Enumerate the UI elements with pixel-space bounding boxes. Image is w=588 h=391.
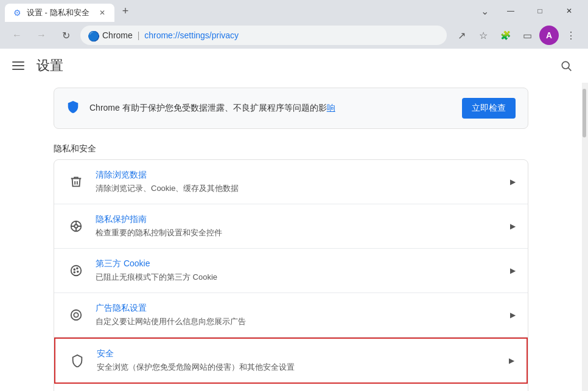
svg-point-0 (562, 61, 569, 69)
window-button[interactable]: ▭ (517, 26, 537, 45)
banner-text: Chrome 有助于保护您免受数据泄露、不良扩展程序等问题的影响 (89, 103, 452, 114)
close-button[interactable]: ✕ (555, 0, 583, 22)
tab-area: ⚙ 设置 - 隐私和安全 ✕ + (5, 0, 475, 22)
arrow-icon-3: ▶ (510, 311, 516, 319)
svg-point-3 (74, 224, 78, 228)
svg-point-12 (74, 272, 75, 273)
address-input[interactable]: 🔵 Chrome | chrome://settings/privacy (80, 26, 447, 45)
security-icon (68, 351, 87, 370)
title-bar: ⚙ 设置 - 隐私和安全 ✕ + ⌄ — □ ✕ (0, 0, 588, 22)
cookie-desc: 已阻止无痕模式下的第三方 Cookie (96, 272, 500, 283)
new-tab-button[interactable]: + (117, 2, 134, 19)
address-bar: ← → ↻ 🔵 Chrome | chrome://settings/priva… (0, 22, 588, 49)
site-name: Chrome (102, 30, 133, 40)
minimize-button[interactable]: — (497, 0, 525, 22)
tab-title: 设置 - 隐私和安全 (27, 7, 93, 18)
address-text: Chrome | chrome://settings/privacy (102, 30, 439, 40)
privacy-guide-item[interactable]: 隐私保护指南 检查重要的隐私控制设置和安全控件 ▶ (54, 204, 528, 249)
site-secure-icon: 🔵 (88, 30, 97, 40)
tab-close-button[interactable]: ✕ (97, 8, 107, 18)
scrollbar-thumb[interactable] (583, 89, 586, 137)
security-text: 安全 安全浏览（保护您免受危险网站的侵害）和其他安全设置 (97, 348, 499, 373)
page-title: 设置 (37, 57, 63, 75)
back-button[interactable]: ← (7, 26, 27, 45)
clear-browsing-desc: 清除浏览记录、Cookie、缓存及其他数据 (96, 183, 500, 194)
title-bar-extra: ⌄ (477, 4, 494, 18)
extensions-button[interactable]: 🧩 (495, 26, 515, 45)
sidebar-toggle-button[interactable] (12, 58, 27, 73)
ad-privacy-desc: 自定义要让网站使用什么信息向您展示广告 (96, 316, 500, 327)
svg-point-13 (71, 310, 82, 320)
bookmark-button[interactable]: ☆ (474, 26, 493, 45)
svg-point-14 (74, 313, 78, 317)
main-scroll-area[interactable]: Chrome 有助于保护您免受数据泄露、不良扩展程序等问题的影响 立即检查 隐私… (0, 83, 582, 391)
settings-list: 清除浏览数据 清除浏览记录、Cookie、缓存及其他数据 ▶ (54, 159, 528, 391)
security-desc: 安全浏览（保护您免受危险网站的侵害）和其他安全设置 (97, 362, 499, 373)
scrollbar-track[interactable] (582, 83, 588, 391)
cookie-text: 第三方 Cookie 已阻止无痕模式下的第三方 Cookie (96, 258, 500, 283)
check-now-button[interactable]: 立即检查 (462, 98, 516, 119)
arrow-icon-0: ▶ (510, 178, 516, 186)
cookie-icon (66, 261, 86, 280)
address-separator: | (138, 30, 140, 40)
banner-link[interactable]: 响 (327, 103, 335, 112)
active-tab[interactable]: ⚙ 设置 - 隐私和安全 ✕ (5, 4, 114, 22)
cookie-title: 第三方 Cookie (96, 258, 500, 269)
safe-check-banner: Chrome 有助于保护您免受数据泄露、不良扩展程序等问题的影响 立即检查 (54, 88, 528, 129)
site-settings-item[interactable]: 网站设置 控制网站可以使用和显示什么信息（如位置信息、摄像头、弹出式窗口及其他）… (54, 384, 528, 391)
security-title: 安全 (97, 348, 499, 359)
ad-privacy-title: 广告隐私设置 (96, 303, 500, 314)
forward-button[interactable]: → (32, 26, 51, 45)
svg-point-10 (77, 268, 78, 269)
toolbar-right: ↗ ☆ 🧩 ▭ A ⋮ (452, 26, 581, 45)
trash-icon (66, 172, 86, 192)
share-button[interactable]: ↗ (452, 26, 471, 45)
address-url: chrome://settings/privacy (144, 30, 239, 40)
ad-privacy-icon (66, 305, 86, 325)
privacy-guide-desc: 检查重要的隐私控制设置和安全控件 (96, 227, 500, 238)
arrow-icon-2: ▶ (510, 266, 516, 275)
clear-browsing-title: 清除浏览数据 (96, 170, 500, 181)
privacy-guide-title: 隐私保护指南 (96, 214, 500, 225)
arrow-icon-4: ▶ (509, 356, 514, 365)
tab-favicon: ⚙ (12, 8, 22, 18)
svg-point-9 (74, 269, 75, 270)
settings-header: 设置 (0, 49, 588, 83)
window-controls: — □ ✕ (497, 0, 583, 22)
page-content: 设置 (0, 49, 588, 391)
privacy-guide-text: 隐私保护指南 检查重要的隐私控制设置和安全控件 (96, 214, 500, 238)
ad-privacy-text: 广告隐私设置 自定义要让网站使用什么信息向您展示广告 (96, 303, 500, 327)
profile-button[interactable]: A (539, 26, 559, 45)
clear-browsing-item[interactable]: 清除浏览数据 清除浏览记录、Cookie、缓存及其他数据 ▶ (54, 160, 528, 204)
svg-line-1 (569, 68, 572, 71)
expand-button[interactable]: ⌄ (477, 4, 492, 18)
reload-button[interactable]: ↻ (56, 26, 75, 45)
ad-privacy-item[interactable]: 广告隐私设置 自定义要让网站使用什么信息向您展示广告 ▶ (54, 293, 528, 337)
arrow-icon-1: ▶ (510, 222, 516, 230)
clear-browsing-text: 清除浏览数据 清除浏览记录、Cookie、缓存及其他数据 (96, 170, 500, 194)
search-button[interactable] (556, 56, 576, 75)
section-title: 隐私和安全 (54, 144, 528, 154)
security-item[interactable]: 安全 安全浏览（保护您免受危险网站的侵害）和其他安全设置 ▶ (54, 337, 528, 384)
privacy-guide-icon (66, 216, 86, 236)
maximize-button[interactable]: □ (526, 0, 554, 22)
svg-point-8 (71, 266, 82, 276)
third-party-cookie-item[interactable]: 第三方 Cookie 已阻止无痕模式下的第三方 Cookie ▶ (54, 249, 528, 293)
svg-point-11 (77, 271, 79, 272)
banner-shield-icon (66, 100, 80, 117)
more-button[interactable]: ⋮ (561, 26, 581, 45)
browser-frame: ⚙ 设置 - 隐私和安全 ✕ + ⌄ — □ ✕ ← → ↻ 🔵 Chrome … (0, 0, 588, 391)
main-content: Chrome 有助于保护您免受数据泄露、不良扩展程序等问题的影响 立即检查 隐私… (41, 83, 541, 379)
